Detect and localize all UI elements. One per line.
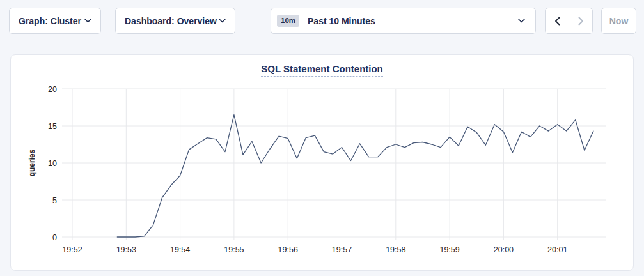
- previous-timespan-button[interactable]: [546, 8, 569, 33]
- line-chart-canvas[interactable]: 0510152019:5219:5319:5419:5519:5619:5719…: [11, 55, 633, 270]
- now-button-label: Now: [609, 16, 629, 26]
- x-tick-label: 19:59: [439, 245, 459, 254]
- dashboard-dropdown[interactable]: Dashboard: Overview: [115, 8, 235, 34]
- x-tick-label: 19:54: [170, 245, 190, 254]
- x-tick-label: 19:57: [332, 245, 352, 254]
- x-tick-label: 19:53: [116, 245, 136, 254]
- time-step-buttons: [545, 8, 593, 34]
- now-button[interactable]: Now: [601, 8, 636, 34]
- graph-dropdown-label: Graph: Cluster: [19, 16, 81, 26]
- x-tick-label: 19:58: [386, 245, 405, 254]
- chart-panel: SQL Statement Contention 0510152019:5219…: [10, 54, 634, 271]
- chevron-down-icon: [84, 19, 91, 23]
- y-tick-label: 10: [48, 159, 57, 168]
- toolbar-divider: [253, 8, 253, 32]
- graph-dropdown[interactable]: Graph: Cluster: [9, 8, 101, 34]
- chevron-down-icon: [219, 19, 226, 23]
- chevron-left-icon: [554, 17, 560, 26]
- chevron-right-icon: [578, 17, 584, 26]
- y-tick-label: 0: [52, 233, 57, 242]
- y-axis-title: queries: [27, 149, 36, 176]
- x-tick-label: 19:56: [278, 245, 298, 254]
- chevron-down-icon: [518, 19, 525, 23]
- chart-title[interactable]: SQL Statement Contention: [261, 63, 383, 77]
- y-tick-label: 15: [48, 122, 57, 131]
- y-tick-label: 20: [48, 85, 57, 94]
- dashboard-dropdown-label: Dashboard: Overview: [125, 16, 217, 26]
- x-tick-label: 19:52: [62, 245, 82, 254]
- y-tick-label: 5: [52, 196, 57, 205]
- time-range-label: Past 10 Minutes: [308, 16, 375, 26]
- x-tick-label: 19:55: [224, 245, 244, 254]
- next-timespan-button[interactable]: [569, 8, 592, 33]
- x-tick-label: 20:01: [547, 245, 567, 254]
- time-range-badge: 10m: [277, 15, 299, 27]
- series-line-queries: [117, 115, 593, 237]
- x-tick-label: 20:00: [494, 245, 514, 254]
- time-range-picker[interactable]: 10m Past 10 Minutes: [271, 8, 536, 34]
- toolbar: Graph: Cluster Dashboard: Overview 10m P…: [0, 0, 644, 34]
- chart-title-wrap: SQL Statement Contention: [11, 63, 633, 77]
